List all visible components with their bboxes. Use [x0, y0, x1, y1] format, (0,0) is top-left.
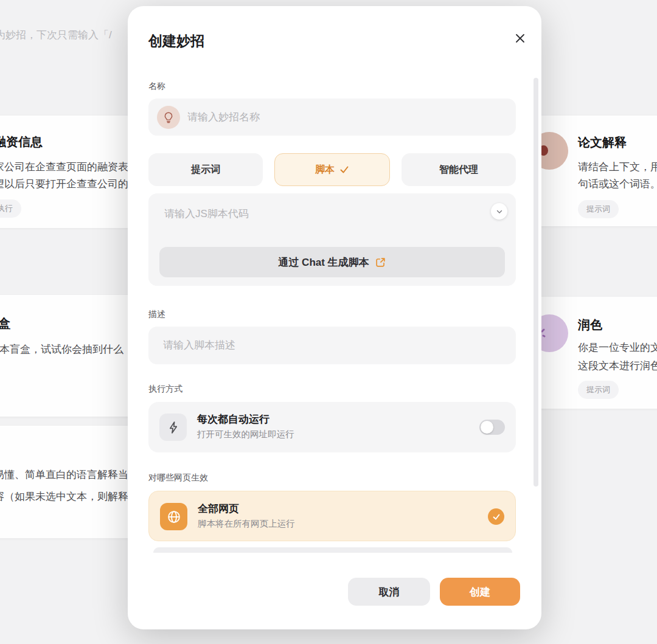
execution-label: 执行方式 — [148, 384, 182, 395]
background-card-financing[interactable]: 融资信息 家公司在企查查页面的融资表 望以后只要打开企查查公司的 动执行 — [0, 116, 146, 228]
background-card-explain[interactable]: 易懂、简单直白的语言解释当 容（如果未选中文本，则解释 — [0, 426, 146, 538]
external-link-icon — [375, 257, 386, 268]
card-tag-badge: 提示词 — [578, 381, 619, 399]
chat-button-label: 通过 Chat 生成脚本 — [278, 255, 369, 269]
lightning-icon — [159, 414, 187, 441]
tab-agent[interactable]: 智能代理 — [401, 153, 516, 186]
type-tabs: 提示词 脚本 智能代理 — [148, 153, 516, 186]
script-editor-panel: 通过 Chat 生成脚本 — [148, 193, 516, 286]
tab-label: 智能代理 — [439, 164, 478, 176]
card-text-line: 句话或这个词语。 — [578, 177, 657, 191]
globe-icon — [160, 503, 187, 530]
check-icon — [339, 165, 349, 175]
autorun-toggle[interactable] — [479, 420, 505, 435]
scope-title: 全部网页 — [198, 502, 239, 516]
description-label: 描述 — [148, 309, 165, 320]
card-text-line: 家公司在企查查页面的融资表 — [0, 160, 128, 174]
scope-all-pages-option[interactable]: 全部网页 脚本将在所有网页上运行 — [148, 491, 516, 541]
card-text-line: 容（如果未选中文本，则解释 — [0, 490, 128, 504]
modal-title: 创建妙招 — [148, 32, 204, 50]
description-input[interactable] — [148, 327, 516, 364]
next-option-peek — [153, 547, 512, 553]
name-input[interactable] — [148, 99, 516, 136]
card-text-line: 这段文本进行润色 — [578, 359, 657, 373]
chevron-down-icon[interactable] — [491, 203, 507, 220]
card-text-line: 你是一位专业的文 — [578, 341, 657, 355]
background-card-blindbox[interactable]: 盒 脚本盲盒，试试你会抽到什么 — [0, 295, 146, 417]
card-tag-badge: 提示词 — [578, 200, 619, 218]
tab-script[interactable]: 脚本 — [274, 153, 390, 186]
card-tag-badge: 动执行 — [0, 199, 21, 218]
scope-subtitle: 脚本将在所有网页上运行 — [198, 518, 295, 530]
tab-prompt[interactable]: 提示词 — [148, 153, 263, 186]
generate-script-via-chat-button[interactable]: 通过 Chat 生成脚本 — [159, 247, 505, 277]
card-title: 论文解释 — [578, 134, 627, 151]
card-text-line: 易懂、简单直白的语言解释当 — [0, 468, 128, 482]
card-title: 融资信息 — [0, 134, 43, 150]
close-icon[interactable] — [512, 30, 528, 46]
lightbulb-icon — [157, 106, 180, 129]
card-title: 盒 — [0, 315, 10, 332]
tab-label: 脚本 — [315, 164, 335, 176]
background-hint-text: 为妙招，下次只需输入「/ — [0, 28, 135, 42]
create-trick-modal: 创建妙招 名称 提示词 脚本 — [128, 6, 541, 629]
selected-check-icon — [488, 508, 504, 525]
card-text-line: 脚本盲盒，试试你会抽到什么 — [0, 342, 123, 356]
name-label: 名称 — [148, 81, 165, 92]
autorun-title: 每次都自动运行 — [197, 412, 269, 426]
script-code-input[interactable] — [163, 206, 457, 232]
autorun-subtitle: 打开可生效的网址即运行 — [197, 429, 294, 440]
tab-label: 提示词 — [191, 164, 220, 176]
card-title: 润色 — [578, 317, 602, 333]
card-text-line: 望以后只要打开企查查公司的 — [0, 177, 128, 191]
toggle-knob — [481, 421, 493, 434]
card-text-line: 请结合上下文，用 — [578, 160, 657, 174]
autorun-row: 每次都自动运行 打开可生效的网址即运行 — [148, 402, 516, 452]
modal-scrollbar[interactable] — [534, 78, 538, 486]
create-button[interactable]: 创建 — [440, 578, 520, 606]
scope-label: 对哪些网页生效 — [148, 473, 208, 483]
cancel-button[interactable]: 取消 — [348, 578, 430, 606]
